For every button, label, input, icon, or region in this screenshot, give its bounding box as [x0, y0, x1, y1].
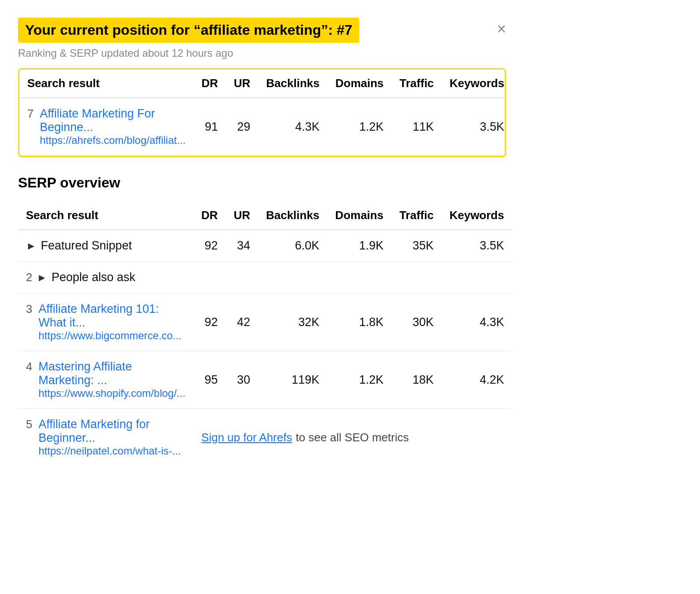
serp-row-4-cell: 4 Mastering Affiliate Marketing: ... htt…	[18, 351, 193, 409]
row4-dr: 95	[193, 351, 226, 409]
col-traffic: Traffic	[392, 70, 442, 98]
serp-col-traffic: Traffic	[391, 202, 441, 230]
serp-row-3-cell: 3 Affiliate Marketing 101: What it... ht…	[18, 293, 193, 351]
result-url-link[interactable]: https://ahrefs.com/blog/affiliat...	[40, 134, 186, 147]
row3-title-link[interactable]: Affiliate Marketing 101: What it...	[38, 302, 185, 330]
featured-snippet-row: ► Featured Snippet 92 34 6.0K 1.9K 35K 3…	[18, 230, 512, 262]
fs-keywords: 3.5K	[441, 230, 512, 262]
row4-ur: 30	[226, 351, 258, 409]
paa-chevron-icon[interactable]: ►	[36, 271, 47, 284]
serp-overview-section: SERP overview Search result DR UR Backli…	[18, 175, 506, 466]
close-button[interactable]: ×	[497, 21, 506, 37]
row3-ur: 42	[226, 293, 258, 351]
fs-domains: 1.9K	[327, 230, 391, 262]
current-ur: 29	[226, 98, 259, 156]
row4-url-link[interactable]: https://www.shopify.com/blog/...	[38, 387, 185, 400]
col-keywords: Keywords	[442, 70, 506, 98]
serp-col-dr: DR	[193, 202, 226, 230]
serp-overview-header: Search result DR UR Backlinks Domains Tr…	[18, 202, 512, 230]
subtitle: Ranking & SERP updated about 12 hours ag…	[18, 47, 506, 59]
col-domains: Domains	[328, 70, 392, 98]
current-result-cell: 7 Affiliate Marketing For Beginne... htt…	[19, 98, 193, 156]
page-title: Your current position for “affiliate mar…	[25, 22, 352, 38]
col-dr: DR	[193, 70, 226, 98]
serp-col-keywords: Keywords	[441, 202, 512, 230]
col-backlinks: Backlinks	[258, 70, 327, 98]
current-dr: 91	[193, 98, 226, 156]
featured-snippet-cell: ► Featured Snippet	[18, 230, 193, 262]
fs-traffic: 35K	[391, 230, 441, 262]
serp-col-backlinks: Backlinks	[258, 202, 327, 230]
title-banner: Your current position for “affiliate mar…	[18, 18, 359, 43]
current-position-table: Search result DR UR Backlinks Domains Tr…	[18, 68, 506, 157]
row3-traffic: 30K	[391, 293, 441, 351]
row3-domains: 1.8K	[327, 293, 391, 351]
serp-row-5-cell: 5 Affiliate Marketing for Beginner... ht…	[18, 409, 193, 466]
people-also-ask-row: 2 ► People also ask	[18, 262, 512, 293]
sign-up-text: to see all SEO metrics	[296, 431, 409, 444]
serp-row-5: 5 Affiliate Marketing for Beginner... ht…	[18, 409, 512, 466]
serp-col-domains: Domains	[327, 202, 391, 230]
paa-keywords	[441, 262, 512, 293]
row5-url-link[interactable]: https://neilpatel.com/what-is-...	[38, 445, 185, 457]
row4-position: 4	[26, 360, 32, 374]
sign-up-link[interactable]: Sign up for Ahrefs	[201, 431, 292, 444]
row4-keywords: 4.2K	[441, 351, 512, 409]
paa-domains	[327, 262, 391, 293]
fs-dr: 92	[193, 230, 226, 262]
col-search-result: Search result	[19, 70, 193, 98]
paa-traffic	[391, 262, 441, 293]
row3-dr: 92	[193, 293, 226, 351]
row4-traffic: 18K	[391, 351, 441, 409]
row4-backlinks: 119K	[258, 351, 327, 409]
header-section: Your current position for “affiliate mar…	[18, 18, 506, 59]
fs-backlinks: 6.0K	[258, 230, 327, 262]
people-also-ask-label: People also ask	[51, 271, 135, 284]
paa-ur	[226, 262, 258, 293]
paa-dr	[193, 262, 226, 293]
chevron-right-icon[interactable]: ►	[26, 240, 36, 252]
paa-backlinks	[258, 262, 327, 293]
row4-domains: 1.2K	[327, 351, 391, 409]
row5-title-link[interactable]: Affiliate Marketing for Beginner...	[38, 418, 185, 445]
featured-snippet-label: Featured Snippet	[41, 239, 132, 253]
row3-position: 3	[26, 302, 32, 316]
serp-row-4: 4 Mastering Affiliate Marketing: ... htt…	[18, 351, 512, 409]
row4-title-link[interactable]: Mastering Affiliate Marketing: ...	[38, 360, 185, 387]
row3-url-link[interactable]: https://www.bigcommerce.co...	[38, 330, 185, 342]
row3-backlinks: 32K	[258, 293, 327, 351]
position-number: 7	[27, 107, 33, 121]
current-position-row: 7 Affiliate Marketing For Beginne... htt…	[19, 98, 506, 156]
current-domains: 1.2K	[328, 98, 392, 156]
current-traffic: 11K	[392, 98, 442, 156]
serp-overview-title: SERP overview	[18, 175, 506, 191]
row5-position: 5	[26, 418, 32, 431]
paa-position: 2	[26, 271, 32, 284]
row3-keywords: 4.3K	[441, 293, 512, 351]
current-backlinks: 4.3K	[258, 98, 327, 156]
serp-col-ur: UR	[226, 202, 258, 230]
row5-cta-cell: Sign up for Ahrefs to see all SEO metric…	[193, 409, 512, 466]
result-title-link[interactable]: Affiliate Marketing For Beginne...	[40, 107, 186, 134]
fs-ur: 34	[226, 230, 258, 262]
current-keywords: 3.5K	[442, 98, 506, 156]
current-position-header: Search result DR UR Backlinks Domains Tr…	[19, 70, 506, 98]
main-container: Your current position for “affiliate mar…	[9, 9, 515, 475]
paa-cell: 2 ► People also ask	[18, 262, 193, 293]
serp-row-3: 3 Affiliate Marketing 101: What it... ht…	[18, 293, 512, 351]
serp-col-search-result: Search result	[18, 202, 193, 230]
serp-overview-table: Search result DR UR Backlinks Domains Tr…	[18, 202, 512, 466]
col-ur: UR	[226, 70, 259, 98]
